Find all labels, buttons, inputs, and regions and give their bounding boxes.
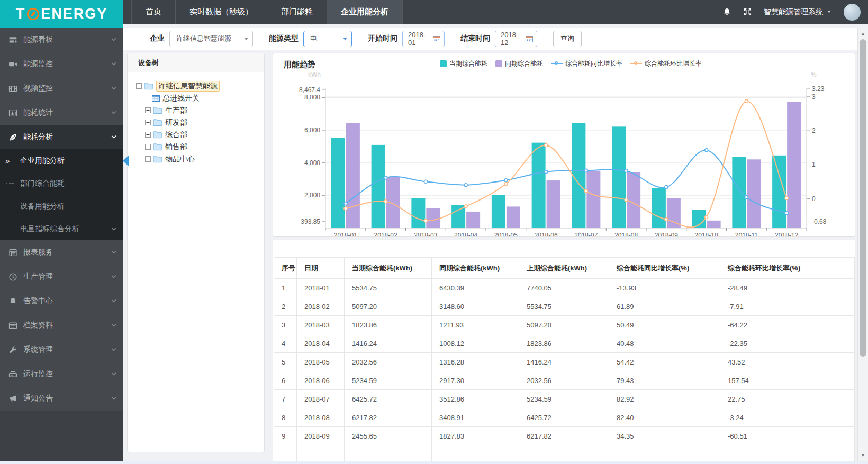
sidebar-item-7[interactable]: 告警中心 bbox=[0, 289, 123, 313]
sidebar-subitem-1[interactable]: 部门综合能耗 bbox=[0, 172, 123, 195]
filter-select-0[interactable]: 许继信息智慧能源 bbox=[169, 31, 253, 47]
tree-node-label[interactable]: 综合部 bbox=[165, 130, 187, 140]
sidebar-item-9[interactable]: 系统管理 bbox=[0, 338, 123, 362]
cell-5-4: 2032.56 bbox=[519, 371, 609, 390]
cell-3-1: 2018-04 bbox=[297, 334, 345, 353]
nav-tab-2[interactable]: 部门能耗 bbox=[267, 0, 327, 24]
sidebar-subitem-2[interactable]: 设备用能分析 bbox=[0, 195, 123, 217]
sidebar-item-label: 档案资料 bbox=[23, 321, 111, 330]
tree-node-label[interactable]: 销售部 bbox=[165, 142, 187, 152]
legend-item-0[interactable]: 当期综合能耗 bbox=[440, 59, 487, 68]
sidebar-subitem-0[interactable]: »企业用能分析 bbox=[0, 149, 123, 172]
scrollbar-thumb[interactable] bbox=[860, 39, 866, 357]
tree-node-label[interactable]: 总进线开关 bbox=[162, 94, 200, 103]
point-综合能耗环比增长率-2018-03 bbox=[424, 219, 427, 222]
vertical-scrollbar[interactable]: ▲ ▼ bbox=[857, 28, 868, 461]
tree-node-1[interactable]: 总进线开关 bbox=[136, 92, 259, 104]
query-button[interactable]: 查询 bbox=[553, 31, 582, 47]
legend-item-2[interactable]: 综合能耗同比增长率 bbox=[551, 59, 622, 68]
filter-date-3[interactable]: 2018-12 bbox=[495, 31, 537, 47]
chevron-down-icon bbox=[111, 395, 117, 402]
tree-node-0[interactable]: 许继信息智慧能源 bbox=[136, 80, 259, 92]
tree-node-label[interactable]: 物品中心 bbox=[165, 154, 195, 164]
cell-2-2: 1823.86 bbox=[345, 316, 432, 334]
tree-node-4[interactable]: 综合部 bbox=[136, 129, 259, 141]
table-header-row: 序号日期当期综合能耗(kWh)同期综合能耗(kWh)上期综合能耗(kWh)综合能… bbox=[274, 258, 855, 279]
tree-node-5[interactable]: 销售部 bbox=[136, 141, 259, 153]
legend-item-3[interactable]: 综合能耗环比增长率 bbox=[630, 59, 702, 68]
cell-8-3: 1827.83 bbox=[432, 427, 519, 445]
nav-tab-3[interactable]: 企业用能分析 bbox=[327, 0, 403, 24]
chevron-down-icon bbox=[111, 226, 117, 232]
sidebar-item-5[interactable]: 报表服务 bbox=[0, 240, 123, 265]
nav-tab-1[interactable]: 实时数据（秒级） bbox=[176, 0, 267, 24]
cell-1-6: -7.91 bbox=[720, 297, 855, 316]
x-axis-label: 2018-10 bbox=[695, 232, 718, 236]
filter-date-2[interactable]: 2018-01 bbox=[402, 31, 445, 47]
calendar-icon bbox=[433, 35, 440, 42]
chart-legend: 当期综合能耗同期综合能耗综合能耗同比增长率综合能耗环比增长率 bbox=[440, 59, 702, 68]
nav-tab-0[interactable]: 首页 bbox=[131, 0, 176, 24]
sidebar-item-2[interactable]: 视频监控 bbox=[0, 76, 123, 101]
plus-box-icon[interactable] bbox=[145, 156, 151, 162]
sidebar-item-0[interactable]: 能源看板 bbox=[0, 28, 123, 52]
legend-item-1[interactable]: 同期综合能耗 bbox=[495, 59, 543, 68]
select-value: 许继信息智慧能源 bbox=[176, 34, 231, 43]
system-title-menu[interactable]: 智慧能源管理系统 bbox=[764, 7, 832, 17]
sidebar-item-1[interactable]: 能源监控 bbox=[0, 52, 123, 76]
logo-suffix: ENERGY bbox=[41, 6, 107, 22]
scroll-down-icon[interactable]: ▼ bbox=[858, 450, 868, 460]
date-value: 2018-12 bbox=[501, 31, 526, 47]
table-row-3: 42018-041416.241008.121823.8640.48-22.35 bbox=[274, 334, 855, 353]
chart-title: 用能趋势 bbox=[284, 60, 315, 70]
leaf-icon bbox=[8, 133, 17, 142]
sidebar-item-10[interactable]: 运行监控 bbox=[0, 362, 123, 386]
scroll-up-icon[interactable]: ▲ bbox=[858, 29, 868, 38]
plus-box-icon[interactable] bbox=[145, 120, 151, 125]
tree-node-label[interactable]: 许继信息智慧能源 bbox=[156, 81, 220, 92]
logo-prefix: T bbox=[16, 6, 26, 22]
table-row-4: 52018-052032.561316.281416.2454.4243.52 bbox=[274, 353, 855, 371]
logo[interactable]: TENERGY bbox=[0, 0, 123, 28]
x-axis-label: 2018-09 bbox=[655, 232, 678, 236]
notification-bell-icon[interactable] bbox=[722, 7, 731, 16]
sidebar-item-8[interactable]: 档案资料 bbox=[0, 313, 123, 338]
sidebar-subitem-3[interactable]: 电量指标综合分析 bbox=[0, 217, 123, 240]
plus-box-icon[interactable] bbox=[145, 107, 151, 113]
point-综合能耗同比增长率-2018-06 bbox=[545, 170, 548, 174]
horizontal-scrollbar-track[interactable] bbox=[0, 461, 868, 464]
tree-node-3[interactable]: 研发部 bbox=[136, 116, 259, 129]
sidebar-item-3[interactable]: 能耗统计 bbox=[0, 101, 123, 125]
bar-同期综合能耗-2018-03 bbox=[426, 208, 440, 228]
plus-box-icon[interactable] bbox=[145, 132, 151, 138]
fullscreen-icon[interactable] bbox=[743, 7, 752, 16]
sidebar-item-6[interactable]: 生产管理 bbox=[0, 265, 123, 289]
plus-box-icon[interactable] bbox=[145, 144, 151, 150]
folder-icon bbox=[153, 143, 162, 151]
archive-icon bbox=[8, 321, 17, 330]
legend-label: 综合能耗环比增长率 bbox=[645, 59, 702, 68]
avatar[interactable] bbox=[844, 4, 861, 21]
sidebar-item-4[interactable]: 能耗分析 bbox=[0, 125, 123, 149]
left-tick-label: 8,467.4 bbox=[299, 86, 320, 94]
point-综合能耗同比增长率-2018-09 bbox=[665, 186, 668, 189]
table-row-5: 62018-065234.592917.302032.5679.43157.54 bbox=[274, 371, 855, 390]
sidebar-item-11[interactable]: 通知公告 bbox=[0, 386, 123, 411]
tree-node-label[interactable]: 研发部 bbox=[165, 118, 187, 128]
minus-box-icon[interactable] bbox=[136, 83, 142, 89]
filter-select-1[interactable]: 电 bbox=[303, 31, 352, 47]
left-tick-label: 6,000 bbox=[304, 126, 320, 134]
point-综合能耗环比增长率-2018-10 bbox=[705, 215, 708, 219]
tree-node-6[interactable]: 物品中心 bbox=[136, 153, 259, 165]
sidebar-subitem-label: 部门综合能耗 bbox=[20, 179, 65, 188]
cell-4-6: 43.52 bbox=[720, 353, 855, 371]
logo-text: TENERGY bbox=[16, 6, 108, 22]
tree-node-label[interactable]: 生产部 bbox=[165, 106, 187, 115]
cell-0-3: 6430.39 bbox=[432, 279, 519, 297]
energy-trend-chart: kWh%8,467.48,0006,0004,0002,000393.853.2… bbox=[273, 53, 855, 236]
point-综合能耗环比增长率-2018-02 bbox=[384, 200, 387, 203]
cell-6-4: 5234.59 bbox=[519, 390, 609, 408]
sidebar-item-label: 通知公告 bbox=[23, 394, 111, 403]
tree-node-2[interactable]: 生产部 bbox=[136, 104, 259, 116]
cell-1-3: 3148.60 bbox=[432, 297, 519, 316]
